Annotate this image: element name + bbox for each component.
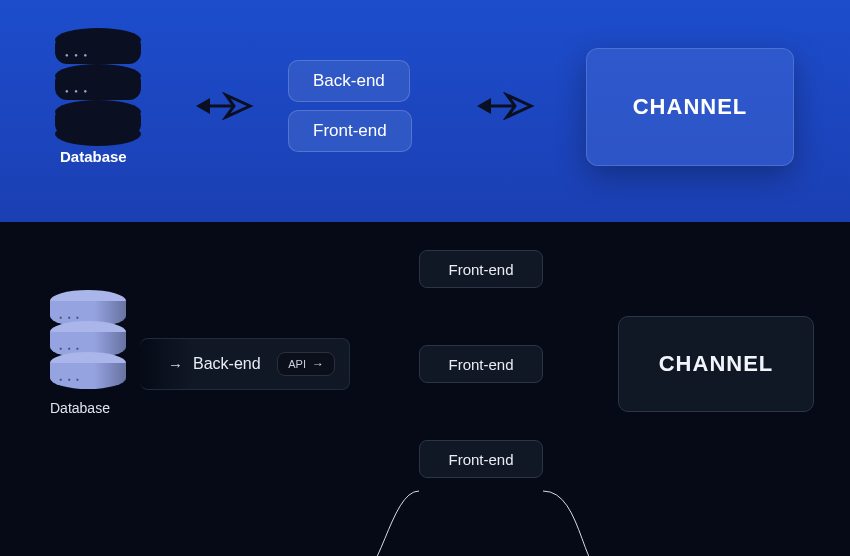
backend-box: → Back-end API →	[140, 338, 350, 390]
frontend-box: Front-end	[419, 250, 543, 288]
database-label: Database	[60, 148, 127, 165]
database-icon: ● ● ● ● ● ● ● ● ●	[50, 290, 126, 390]
backend-label: Back-end	[193, 355, 261, 373]
frontend-box: Front-end	[419, 345, 543, 383]
svg-marker-1	[477, 98, 491, 114]
frontend-box: Front-end	[419, 440, 543, 478]
api-label: API	[288, 358, 306, 370]
arrow-right-icon: →	[168, 356, 183, 373]
svg-marker-0	[196, 98, 210, 114]
monolithic-architecture-panel: ● ● ● ● ● ● ● ● ● Database Back-end Fron…	[0, 0, 850, 222]
channel-box: CHANNEL	[586, 48, 794, 166]
channel-box: CHANNEL	[618, 316, 814, 412]
api-badge: API →	[277, 352, 335, 376]
database-label: Database	[50, 400, 110, 416]
backend-box: Back-end	[288, 60, 410, 102]
database-icon: ● ● ● ● ● ● ● ● ●	[55, 28, 141, 142]
arrow-right-icon: →	[312, 357, 324, 371]
arrow-icon	[196, 92, 256, 120]
arrow-icon	[477, 92, 537, 120]
frontend-box: Front-end	[288, 110, 412, 152]
